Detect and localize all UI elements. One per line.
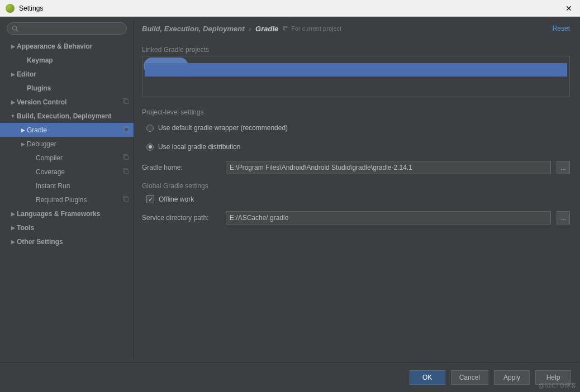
global-settings-label: Global Gradle settings: [142, 182, 570, 190]
radio-label: Use default gradle wrapper (recommended): [158, 124, 288, 132]
sidebar-item-label: Build, Execution, Deployment: [17, 112, 129, 120]
sidebar-item-label: Version Control: [17, 98, 122, 106]
sidebar-item-compiler[interactable]: Compiler: [0, 151, 134, 165]
sidebar-item-keymap[interactable]: Keymap: [0, 53, 134, 67]
chevron-icon: ▶: [10, 71, 16, 77]
content-pane: Build, Execution, Deployment › Gradle Fo…: [134, 20, 580, 358]
watermark: @51CTO博客: [539, 381, 577, 390]
browse-button[interactable]: ...: [557, 211, 570, 224]
checkbox-icon: [146, 195, 154, 203]
sidebar-item-label: Gradle: [27, 126, 122, 134]
chevron-icon: ▶: [10, 44, 16, 49]
copy-icon: [122, 195, 129, 204]
browse-button[interactable]: ...: [557, 161, 570, 174]
offline-work-checkbox[interactable]: Offline work: [146, 195, 570, 203]
breadcrumb: Build, Execution, Deployment › Gradle: [142, 25, 278, 33]
chevron-icon: ▶: [10, 239, 16, 245]
svg-rect-9: [125, 170, 129, 174]
sidebar-item-required-plugins[interactable]: Required Plugins: [0, 193, 134, 207]
copy-icon: [122, 154, 129, 162]
settings-tree: ▶Appearance & BehaviorKeymap▶EditorPlugi…: [0, 39, 134, 358]
linked-project-row[interactable]: [145, 63, 567, 77]
sidebar-item-build-execution-deployment[interactable]: ▼Build, Execution, Deployment: [0, 109, 134, 123]
project-settings-label: Project-level settings: [142, 108, 570, 116]
copy-icon: [122, 98, 129, 106]
linked-projects-label: Linked Gradle projects: [142, 46, 570, 54]
sidebar-item-label: Debugger: [27, 140, 129, 148]
svg-rect-11: [125, 198, 129, 202]
svg-rect-7: [125, 156, 129, 160]
title-bar: Settings ✕: [0, 0, 580, 17]
sidebar-item-label: Other Settings: [17, 238, 129, 246]
copy-icon: [283, 26, 289, 32]
sidebar-item-version-control[interactable]: ▶Version Control: [0, 95, 134, 109]
sidebar-item-tools[interactable]: ▶Tools: [0, 221, 134, 235]
sidebar-item-gradle[interactable]: ▶Gradle: [0, 123, 134, 137]
sidebar-item-label: Keymap: [27, 56, 129, 64]
chevron-icon: ▶: [10, 99, 16, 105]
gradle-home-input[interactable]: [226, 161, 551, 174]
scope-label: For current project: [283, 25, 341, 32]
radio-icon: [146, 125, 154, 132]
sidebar-item-instant-run[interactable]: Instant Run: [0, 179, 134, 193]
ok-button[interactable]: OK: [410, 370, 445, 385]
linked-projects-list[interactable]: [142, 56, 570, 97]
svg-rect-13: [285, 27, 288, 31]
sidebar-item-appearance-behavior[interactable]: ▶Appearance & Behavior: [0, 39, 134, 53]
copy-icon: [122, 168, 129, 176]
chevron-icon: ▶: [20, 127, 26, 133]
sidebar-item-coverage[interactable]: Coverage: [0, 165, 134, 179]
sidebar-item-plugins[interactable]: Plugins: [0, 81, 134, 95]
service-dir-input[interactable]: [226, 211, 551, 224]
close-icon[interactable]: ✕: [563, 4, 574, 13]
sidebar-item-label: Editor: [17, 70, 129, 78]
sidebar-item-label: Required Plugins: [36, 196, 122, 204]
sidebar-item-debugger[interactable]: ▶Debugger: [0, 137, 134, 151]
copy-icon: [122, 126, 129, 134]
chevron-icon: ▶: [20, 141, 26, 147]
gradle-home-label: Gradle home:: [142, 164, 220, 171]
svg-rect-5: [125, 128, 129, 132]
sidebar-item-editor[interactable]: ▶Editor: [0, 67, 134, 81]
sidebar-item-languages-frameworks[interactable]: ▶Languages & Frameworks: [0, 207, 134, 221]
sidebar-item-label: Coverage: [36, 168, 122, 176]
radio-default-wrapper[interactable]: Use default gradle wrapper (recommended): [146, 122, 570, 134]
radio-label: Use local gradle distribution: [158, 143, 240, 151]
service-dir-label: Service directory path:: [142, 214, 220, 222]
cancel-button[interactable]: Cancel: [451, 370, 488, 385]
apply-button[interactable]: Apply: [494, 370, 530, 385]
chevron-icon: ▶: [10, 225, 16, 231]
sidebar-item-other-settings[interactable]: ▶Other Settings: [0, 235, 134, 248]
checkbox-label: Offline work: [159, 195, 194, 203]
chevron-icon: ▶: [10, 211, 16, 217]
svg-rect-3: [125, 100, 129, 104]
button-bar: OK Cancel Apply Help: [0, 362, 580, 392]
svg-line-1: [16, 30, 18, 31]
sidebar: ▶Appearance & BehaviorKeymap▶EditorPlugi…: [0, 20, 134, 358]
search-icon: [12, 25, 18, 32]
sidebar-item-label: Plugins: [27, 84, 129, 92]
sidebar-item-label: Compiler: [36, 154, 122, 162]
sidebar-item-label: Appearance & Behavior: [17, 42, 129, 50]
window-title: Settings: [19, 4, 563, 12]
sidebar-item-label: Instant Run: [36, 182, 129, 190]
sidebar-item-label: Languages & Frameworks: [17, 210, 129, 218]
app-icon: [6, 4, 15, 13]
chevron-icon: ▼: [10, 113, 16, 119]
radio-icon: [146, 144, 154, 151]
svg-point-0: [13, 26, 17, 31]
radio-local-distribution[interactable]: Use local gradle distribution: [146, 141, 570, 153]
reset-link[interactable]: Reset: [553, 25, 570, 32]
search-input[interactable]: [7, 22, 127, 35]
sidebar-item-label: Tools: [17, 224, 129, 232]
